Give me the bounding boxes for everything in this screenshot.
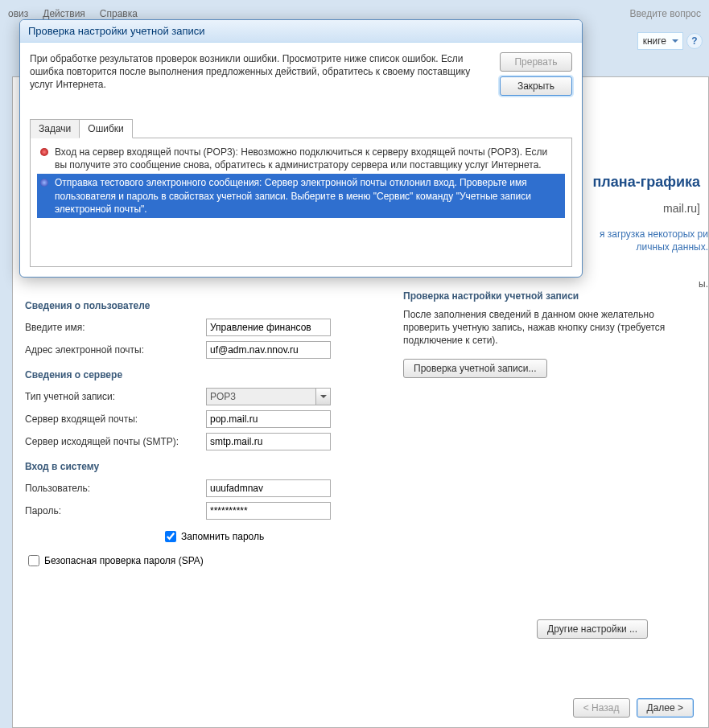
pass-label: Пароль: (25, 505, 206, 516)
name-input[interactable] (206, 319, 331, 336)
other-settings-button[interactable]: Другие настройки ... (537, 619, 648, 639)
account-type-combo[interactable]: POP3 (206, 388, 331, 405)
user-input[interactable] (206, 479, 331, 497)
bg-mail: mail.ru] (663, 202, 700, 215)
dialog-tabs: Задачи Ошибки (30, 118, 572, 138)
tab-errors[interactable]: Ошибки (79, 119, 133, 138)
dialog-message: При обработке результатов проверок возни… (30, 52, 492, 96)
search-hint: Введите вопрос (630, 8, 710, 19)
outgoing-label: Сервер исходящей почты (SMTP): (25, 436, 206, 447)
bg-link2: личных данных. (637, 241, 708, 253)
close-button[interactable]: Закрыть (500, 76, 572, 96)
section-user: Сведения о пользователе (25, 300, 363, 311)
bg-dot: ы. (699, 278, 708, 290)
chevron-down-icon (315, 389, 330, 405)
book-combo[interactable]: книге (637, 32, 683, 50)
name-label: Введите имя: (25, 322, 206, 333)
section-server: Сведения о сервере (25, 369, 363, 380)
error-dot-icon (40, 179, 48, 187)
back-button[interactable]: < Назад (573, 698, 630, 718)
incoming-input[interactable] (206, 410, 331, 428)
error-item[interactable]: Вход на сервер входящей почты (POP3): Не… (37, 143, 565, 174)
error-list[interactable]: Вход на сервер входящей почты (POP3): Не… (30, 138, 572, 267)
check-account-button[interactable]: Проверка учетной записи... (403, 359, 547, 378)
error-text: Отправка тестового электронного сообщени… (55, 176, 562, 216)
bg-link1: я загрузка некоторых ри (600, 228, 708, 240)
outgoing-input[interactable] (206, 433, 331, 450)
spa-checkbox[interactable] (28, 555, 39, 566)
email-input[interactable] (206, 341, 331, 359)
next-button[interactable]: Далее > (637, 698, 695, 718)
bg-toolbar: книге ? (637, 32, 709, 50)
account-type-label: Тип учетной записи: (25, 391, 206, 402)
dialog-title: Проверка настройки учетной записи (20, 20, 582, 43)
error-item[interactable]: Отправка тестового электронного сообщени… (37, 174, 565, 218)
help-icon[interactable]: ? (686, 33, 703, 49)
check-desc: После заполнения сведений в данном окне … (403, 308, 680, 348)
error-dot-icon (40, 148, 48, 156)
bg-title: плана-графика (592, 174, 700, 191)
email-label: Адрес электронной почты: (25, 344, 206, 356)
remember-label: Запомнить пароль (181, 531, 264, 542)
spa-label: Безопасная проверка пароля (SPA) (44, 555, 204, 566)
section-check: Проверка настройки учетной записи (403, 290, 680, 302)
abort-button[interactable]: Прервать (500, 52, 572, 72)
section-login: Вход в систему (25, 461, 363, 472)
error-text: Вход на сервер входящей почты (POP3): Не… (55, 146, 562, 171)
remember-checkbox[interactable] (165, 531, 176, 542)
pass-input[interactable] (206, 502, 331, 520)
incoming-label: Сервер входящей почты: (25, 413, 206, 425)
background-menu: овиз Действия Справка (0, 8, 709, 19)
user-label: Пользователь: (25, 483, 206, 494)
check-dialog: Проверка настройки учетной записи При об… (19, 19, 583, 278)
tab-tasks[interactable]: Задачи (30, 119, 80, 138)
